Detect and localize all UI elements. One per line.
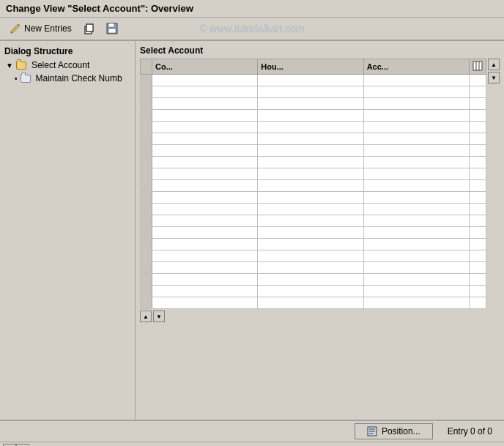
table-cell[interactable] bbox=[363, 286, 469, 297]
table-row[interactable] bbox=[141, 250, 486, 262]
table-cell[interactable] bbox=[258, 215, 363, 227]
nav-right-button[interactable]: ► bbox=[16, 444, 29, 447]
table-row[interactable] bbox=[141, 75, 486, 86]
table-cell[interactable] bbox=[258, 192, 363, 204]
table-cell[interactable] bbox=[363, 157, 469, 168]
scroll-down-button[interactable]: ▼ bbox=[488, 72, 500, 83]
table-row[interactable] bbox=[141, 204, 486, 215]
table-cell[interactable] bbox=[258, 297, 363, 309]
table-cell[interactable] bbox=[363, 204, 469, 215]
table-cell[interactable] bbox=[363, 297, 469, 309]
row-selector bbox=[141, 239, 152, 250]
new-entries-button[interactable]: New Entries bbox=[6, 21, 75, 37]
scroll-up-button[interactable]: ▲ bbox=[488, 59, 500, 70]
nav-left-button[interactable]: ◄ bbox=[3, 444, 16, 447]
table-cell[interactable] bbox=[363, 86, 469, 98]
save-button[interactable] bbox=[103, 21, 122, 37]
table-row[interactable] bbox=[141, 239, 486, 250]
table-cell[interactable] bbox=[152, 168, 258, 180]
sidebar-item-maintain-check[interactable]: • Maintain Check Numb bbox=[0, 72, 135, 85]
table-cell[interactable] bbox=[152, 192, 258, 204]
table-cell[interactable] bbox=[152, 239, 258, 250]
table-cell[interactable] bbox=[258, 239, 363, 250]
table-cell[interactable] bbox=[152, 75, 258, 86]
table-row[interactable] bbox=[141, 297, 486, 309]
table-cell[interactable] bbox=[363, 215, 469, 227]
table-cell[interactable] bbox=[258, 122, 363, 133]
table-cell[interactable] bbox=[363, 145, 469, 157]
table-cell[interactable] bbox=[152, 145, 258, 157]
table-cell[interactable] bbox=[152, 227, 258, 239]
table-cell[interactable] bbox=[363, 110, 469, 122]
column-settings-icon[interactable] bbox=[470, 59, 486, 75]
table-cell[interactable] bbox=[152, 180, 258, 192]
table-cell[interactable] bbox=[258, 204, 363, 215]
table-cell[interactable] bbox=[363, 98, 469, 110]
table-cell[interactable] bbox=[152, 98, 258, 110]
table-row[interactable] bbox=[141, 274, 486, 286]
sidebar-title: Dialog Structure bbox=[0, 44, 135, 59]
copy-button[interactable] bbox=[79, 21, 98, 37]
table-cell[interactable] bbox=[258, 157, 363, 168]
table-row[interactable] bbox=[141, 145, 486, 157]
table-cell[interactable] bbox=[363, 168, 469, 180]
table-row[interactable] bbox=[141, 215, 486, 227]
position-button[interactable]: Position... bbox=[355, 423, 433, 439]
table-row[interactable] bbox=[141, 98, 486, 110]
table-row[interactable] bbox=[141, 286, 486, 297]
table-cell[interactable] bbox=[152, 297, 258, 309]
table-cell[interactable] bbox=[152, 274, 258, 286]
table-cell[interactable] bbox=[363, 239, 469, 250]
table-cell[interactable] bbox=[258, 286, 363, 297]
table-cell[interactable] bbox=[152, 110, 258, 122]
table-cell[interactable] bbox=[258, 145, 363, 157]
table-cell[interactable] bbox=[258, 110, 363, 122]
table-row[interactable] bbox=[141, 262, 486, 274]
table-cell[interactable] bbox=[363, 122, 469, 133]
table-cell[interactable] bbox=[152, 122, 258, 133]
table-cell[interactable] bbox=[363, 274, 469, 286]
table-cell[interactable] bbox=[258, 86, 363, 98]
table-row[interactable] bbox=[141, 122, 486, 133]
table-cell[interactable] bbox=[258, 98, 363, 110]
table-row[interactable] bbox=[141, 180, 486, 192]
table-cell[interactable] bbox=[152, 215, 258, 227]
table-cell[interactable] bbox=[152, 133, 258, 145]
table-cell[interactable] bbox=[152, 86, 258, 98]
save-icon bbox=[105, 22, 119, 35]
table-cell[interactable] bbox=[258, 227, 363, 239]
scroll-down-alt-button[interactable]: ▼ bbox=[153, 311, 165, 322]
table-row[interactable] bbox=[141, 86, 486, 98]
table-row[interactable] bbox=[141, 110, 486, 122]
table-cell[interactable] bbox=[258, 168, 363, 180]
table-cell-last bbox=[470, 192, 486, 204]
table-cell[interactable] bbox=[363, 262, 469, 274]
table-cell[interactable] bbox=[258, 180, 363, 192]
table-cell[interactable] bbox=[258, 133, 363, 145]
table-row[interactable] bbox=[141, 227, 486, 239]
row-selector bbox=[141, 110, 152, 122]
table-cell[interactable] bbox=[363, 180, 469, 192]
table-cell[interactable] bbox=[363, 133, 469, 145]
table-row[interactable] bbox=[141, 168, 486, 180]
table-row[interactable] bbox=[141, 192, 486, 204]
table-cell[interactable] bbox=[152, 286, 258, 297]
table-cell[interactable] bbox=[152, 262, 258, 274]
table-cell[interactable] bbox=[363, 75, 469, 86]
table-cell[interactable] bbox=[258, 262, 363, 274]
table-cell[interactable] bbox=[152, 204, 258, 215]
svg-rect-4 bbox=[86, 24, 93, 31]
table-cell[interactable] bbox=[363, 227, 469, 239]
table-row[interactable] bbox=[141, 157, 486, 168]
table-cell[interactable] bbox=[258, 250, 363, 262]
table-cell[interactable] bbox=[152, 250, 258, 262]
table-cell[interactable] bbox=[258, 75, 363, 86]
table-cell[interactable] bbox=[363, 250, 469, 262]
table-row[interactable] bbox=[141, 133, 486, 145]
scroll-up-alt-button[interactable]: ▲ bbox=[140, 311, 152, 322]
table-cell[interactable] bbox=[363, 192, 469, 204]
table-cell[interactable] bbox=[152, 157, 258, 168]
table-scrollbar: ▲ ▼ bbox=[488, 59, 500, 83]
table-cell[interactable] bbox=[258, 274, 363, 286]
sidebar-item-select-account[interactable]: ▼ Select Account bbox=[0, 59, 135, 72]
